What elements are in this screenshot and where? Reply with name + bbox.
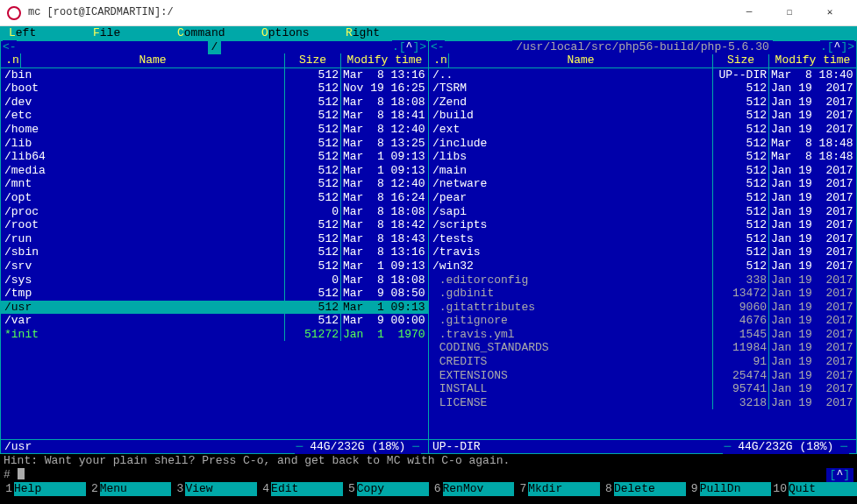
file-row[interactable]: /proc0Mar 8 18:08	[1, 205, 428, 219]
file-row[interactable]: /Zend512Jan 19 2017	[429, 96, 856, 110]
file-row[interactable]: /tmp512Mar 9 08:50	[1, 287, 428, 301]
file-row[interactable]: /sys0Mar 8 18:08	[1, 273, 428, 287]
file-row[interactable]: /ext512Jan 19 2017	[429, 123, 856, 137]
menu-left[interactable]: Left	[9, 26, 93, 40]
file-size: 1545	[712, 328, 768, 342]
fkey-delete[interactable]: 8Delete	[600, 482, 686, 496]
file-row[interactable]: /var512Mar 9 00:00	[1, 314, 428, 328]
right-panel[interactable]: <- /usr/local/src/php56-build/php-5.6.30…	[429, 40, 857, 454]
fkey-help[interactable]: 1Help	[0, 482, 86, 496]
file-date: Mar 8 18:48	[768, 150, 856, 164]
col-sort[interactable]: .n	[1, 53, 20, 67]
file-row[interactable]: /main512Jan 19 2017	[429, 164, 856, 178]
file-row[interactable]: /travis512Jan 19 2017	[429, 245, 856, 259]
fkey-number: 3	[171, 482, 185, 496]
file-name: /build	[429, 109, 712, 123]
col-size[interactable]: Size	[712, 53, 768, 67]
file-date: Jan 19 2017	[768, 341, 856, 355]
file-row[interactable]: *init51272Jan 1 1970	[1, 328, 428, 342]
file-row[interactable]: /boot512Nov 19 16:25	[1, 82, 428, 96]
file-size: 512	[712, 137, 768, 151]
file-row[interactable]: INSTALL95741Jan 19 2017	[429, 382, 856, 396]
file-name: /root	[1, 218, 284, 232]
file-row[interactable]: /root512Mar 8 18:42	[1, 218, 428, 232]
file-name: /TSRM	[429, 82, 712, 96]
fkey-renmov[interactable]: 6RenMov	[429, 482, 515, 496]
file-row[interactable]: /sbin512Mar 8 13:16	[1, 245, 428, 259]
menu-command[interactable]: Command	[177, 26, 261, 40]
file-date: Mar 8 18:48	[768, 137, 856, 151]
file-row[interactable]: /build512Jan 19 2017	[429, 109, 856, 123]
left-panel[interactable]: <- / .[^]>.nNameSizeModify time/bin512Ma…	[0, 40, 429, 454]
close-button[interactable]: ✕	[810, 0, 850, 26]
file-list[interactable]: /..UP--DIRMar 8 18:40/TSRM512Jan 19 2017…	[429, 68, 856, 439]
file-row[interactable]: /win32512Jan 19 2017	[429, 259, 856, 273]
file-row[interactable]: /dev512Mar 8 18:08	[1, 96, 428, 110]
file-row[interactable]: /opt512Mar 8 16:24	[1, 191, 428, 205]
file-row[interactable]: /mnt512Mar 8 12:40	[1, 177, 428, 191]
file-row[interactable]: .editorconfig338Jan 19 2017	[429, 273, 856, 287]
menu-file[interactable]: File	[93, 26, 177, 40]
file-size: 512	[284, 287, 340, 301]
col-sort[interactable]: .n	[429, 53, 448, 67]
window-title: mc [root@ICARDMARTIN]:/	[28, 6, 729, 18]
file-row[interactable]: .travis.yml1545Jan 19 2017	[429, 328, 856, 342]
menu-options[interactable]: Options	[261, 26, 346, 40]
col-name[interactable]: Name	[20, 53, 284, 67]
file-row[interactable]: /home512Mar 8 12:40	[1, 123, 428, 137]
menu-right[interactable]: Right	[346, 26, 430, 40]
file-size: 512	[712, 259, 768, 273]
file-row[interactable]: /etc512Mar 8 18:41	[1, 109, 428, 123]
file-row[interactable]: /..UP--DIRMar 8 18:40	[429, 68, 856, 82]
file-row[interactable]: /include512Mar 8 18:48	[429, 137, 856, 151]
file-row[interactable]: /netware512Jan 19 2017	[429, 177, 856, 191]
file-row[interactable]: /usr512Mar 1 09:13	[1, 301, 428, 315]
fkey-edit[interactable]: 4Edit	[257, 482, 343, 496]
file-row[interactable]: /TSRM512Jan 19 2017	[429, 82, 856, 96]
file-name: /include	[429, 137, 712, 151]
panels: <- / .[^]>.nNameSizeModify time/bin512Ma…	[0, 40, 857, 454]
fkey-copy[interactable]: 5Copy	[343, 482, 429, 496]
fkey-pulldn[interactable]: 9PullDn	[686, 482, 772, 496]
file-row[interactable]: /run512Mar 8 18:43	[1, 232, 428, 246]
file-date: Jan 19 2017	[768, 82, 856, 96]
prompt-line[interactable]: # [^]	[0, 468, 857, 482]
minimize-button[interactable]: ─	[729, 0, 769, 26]
file-row[interactable]: CREDITS91Jan 19 2017	[429, 355, 856, 369]
file-row[interactable]: /scripts512Jan 19 2017	[429, 218, 856, 232]
subshell-toggle[interactable]: [^]	[826, 468, 853, 482]
col-name[interactable]: Name	[448, 53, 712, 67]
fkey-menu[interactable]: 2Menu	[86, 482, 172, 496]
file-size: 25474	[712, 369, 768, 383]
file-row[interactable]: EXTENSIONS25474Jan 19 2017	[429, 369, 856, 383]
col-mtime[interactable]: Modify time	[340, 53, 428, 67]
file-size: 13472	[712, 287, 768, 301]
file-row[interactable]: .gitattributes9060Jan 19 2017	[429, 301, 856, 315]
file-row[interactable]: /lib512Mar 8 13:25	[1, 137, 428, 151]
maximize-button[interactable]: ☐	[769, 0, 810, 26]
file-list[interactable]: /bin512Mar 8 13:16/boot512Nov 19 16:25/d…	[1, 68, 428, 439]
file-size: 512	[712, 109, 768, 123]
file-row[interactable]: LICENSE3218Jan 19 2017	[429, 396, 856, 410]
file-row[interactable]: /media512Mar 1 09:13	[1, 164, 428, 178]
file-row[interactable]: /pear512Jan 19 2017	[429, 191, 856, 205]
file-row[interactable]: /bin512Mar 8 13:16	[1, 68, 428, 82]
fkey-quit[interactable]: 10Quit	[771, 482, 857, 496]
file-row[interactable]: .gdbinit13472Jan 19 2017	[429, 287, 856, 301]
file-row[interactable]: /libs512Mar 8 18:48	[429, 150, 856, 164]
file-row[interactable]: /lib64512Mar 1 09:13	[1, 150, 428, 164]
fkey-number: 7	[514, 482, 528, 496]
file-row[interactable]: /srv512Mar 1 09:13	[1, 259, 428, 273]
file-row[interactable]: .gitignore4676Jan 19 2017	[429, 314, 856, 328]
file-date: Mar 8 18:08	[340, 273, 428, 287]
fkey-number: 4	[257, 482, 271, 496]
file-row[interactable]: CODING_STANDARDS11984Jan 19 2017	[429, 341, 856, 355]
file-size: 512	[712, 191, 768, 205]
file-name: INSTALL	[429, 382, 712, 396]
col-mtime[interactable]: Modify time	[768, 53, 856, 67]
col-size[interactable]: Size	[284, 53, 340, 67]
fkey-view[interactable]: 3View	[171, 482, 257, 496]
fkey-mkdir[interactable]: 7Mkdir	[514, 482, 600, 496]
file-row[interactable]: /sapi512Jan 19 2017	[429, 205, 856, 219]
file-row[interactable]: /tests512Jan 19 2017	[429, 232, 856, 246]
